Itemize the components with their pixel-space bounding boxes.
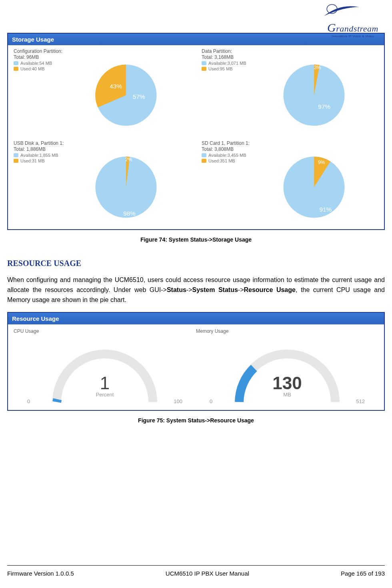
footer-firmware: Firmware Version 1.0.0.5 bbox=[7, 570, 74, 577]
cpu-usage-gauge: CPU Usage 1 Percent 0 100 bbox=[14, 328, 196, 404]
swatch-used-icon bbox=[14, 159, 18, 163]
footer-rule bbox=[7, 565, 385, 566]
resource-usage-paragraph: When configuring and managing the UCM651… bbox=[7, 275, 385, 305]
swatch-available-icon bbox=[202, 61, 206, 65]
gauge-unit: MB bbox=[196, 392, 378, 398]
svg-text:3%: 3% bbox=[314, 65, 321, 70]
swatch-available-icon bbox=[14, 153, 18, 157]
config-partition-pie: 57% 43% bbox=[92, 61, 160, 129]
logo-tagline: Innovative IP Voice & Video bbox=[321, 34, 385, 38]
usb-disk-pie: 98% 2% bbox=[92, 153, 160, 221]
sd-card-pie: 91% 9% bbox=[280, 153, 348, 221]
usb-disk-cell: USB Disk a, Partition 1: Total: 1,886MB … bbox=[8, 137, 196, 229]
cell-total: Total: 1,886MB bbox=[14, 146, 191, 152]
figure-74-caption: Figure 74: System Status->Storage Usage bbox=[7, 236, 385, 243]
gauge-min: 0 bbox=[27, 398, 30, 404]
gauge-min: 0 bbox=[210, 398, 212, 404]
resource-usage-heading: RESOURCE USAGE bbox=[7, 259, 385, 268]
cell-title: Data Partition: bbox=[202, 48, 379, 54]
figure-75-caption: Figure 75: System Status->Resource Usage bbox=[7, 417, 385, 424]
swatch-used-icon bbox=[202, 67, 206, 71]
svg-text:9%: 9% bbox=[318, 160, 325, 165]
gauge-value: 1 bbox=[14, 373, 196, 393]
swatch-available-icon bbox=[14, 61, 18, 65]
cell-title: SD Card 1, Partition 1: bbox=[202, 140, 379, 146]
gauge-title: Memory Usage bbox=[196, 328, 378, 334]
resource-panel-header: Resource Usage bbox=[8, 313, 384, 324]
resource-usage-panel: Resource Usage CPU Usage 1 Percent 0 100… bbox=[7, 312, 385, 411]
svg-text:2%: 2% bbox=[125, 157, 132, 162]
footer-title: UCM6510 IP PBX User Manual bbox=[166, 570, 249, 577]
swatch-used-icon bbox=[202, 159, 206, 163]
gauge-max: 100 bbox=[174, 398, 182, 404]
brand-logo: GGrandstreamrandstream Innovative IP Voi… bbox=[321, 3, 385, 38]
svg-text:57%: 57% bbox=[133, 93, 145, 100]
gauge-max: 512 bbox=[356, 398, 365, 404]
svg-text:43%: 43% bbox=[110, 83, 122, 90]
gauge-value: 130 bbox=[196, 373, 378, 393]
swatch-used-icon bbox=[14, 67, 18, 71]
data-partition-cell: Data Partition: Total: 3,168MB Available… bbox=[196, 45, 384, 137]
config-partition-cell: Configuration Partition: Total: 96MB Ava… bbox=[8, 45, 196, 137]
logo-text: GGrandstreamrandstream bbox=[321, 21, 385, 34]
svg-text:98%: 98% bbox=[123, 210, 136, 217]
swatch-available-icon bbox=[202, 153, 206, 157]
footer-page: Page 165 of 193 bbox=[341, 570, 385, 577]
cell-title: USB Disk a, Partition 1: bbox=[14, 140, 191, 146]
svg-text:97%: 97% bbox=[318, 103, 330, 110]
storage-usage-panel: Storage Usage Configuration Partition: T… bbox=[7, 33, 385, 230]
cell-title: Configuration Partition: bbox=[14, 48, 191, 54]
page-footer: Firmware Version 1.0.0.5 UCM6510 IP PBX … bbox=[7, 570, 385, 577]
cell-total: Total: 3,808MB bbox=[202, 146, 379, 152]
svg-text:91%: 91% bbox=[320, 206, 332, 213]
logo-swoosh-icon bbox=[321, 3, 385, 19]
gauge-unit: Percent bbox=[14, 392, 196, 398]
cell-total: Total: 3,168MB bbox=[202, 54, 379, 60]
cell-total: Total: 96MB bbox=[14, 54, 191, 60]
memory-usage-gauge: Memory Usage 130 MB 0 512 bbox=[196, 328, 378, 404]
data-partition-pie: 97% 3% bbox=[280, 61, 348, 129]
gauge-title: CPU Usage bbox=[14, 328, 196, 334]
sd-card-cell: SD Card 1, Partition 1: Total: 3,808MB A… bbox=[196, 137, 384, 229]
